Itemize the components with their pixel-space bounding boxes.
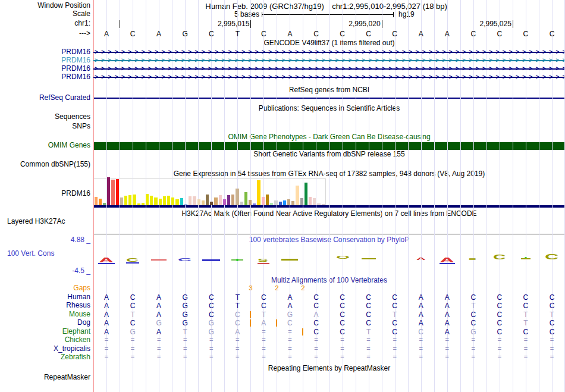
gtex-bar (167, 196, 170, 205)
align-letter: C (198, 302, 224, 310)
align-letter: = (303, 336, 329, 343)
cons-bar-glyph (440, 263, 455, 264)
gtex-bar (236, 189, 238, 205)
align-letter: = (486, 336, 513, 343)
gtex-bar (244, 192, 247, 205)
gtex-bar (223, 199, 226, 205)
align-letter: = (513, 345, 539, 352)
gap-count: 2 (271, 284, 282, 291)
align-letter: A (93, 293, 120, 302)
base-letter: A (146, 30, 172, 38)
align-letter: = (329, 345, 356, 352)
base-letter: T (224, 30, 250, 38)
align-gap-bar (250, 319, 251, 327)
align-letter: C (329, 311, 356, 319)
gtex-bar (231, 195, 234, 205)
align-letter: T (539, 311, 565, 319)
align-letter: = (539, 345, 565, 352)
genome-browser-image: Window Position Scale chr1: ---> Human F… (0, 0, 565, 392)
align-letter: C (513, 293, 539, 302)
gene-model-row[interactable]: >>>>>>>>>>>>>>>>>>>>>>>>>>>>>>>>>>>>>>>>… (93, 65, 564, 73)
align-letter: C (408, 328, 434, 336)
align-letter: = (250, 336, 277, 343)
align-letter: = (120, 353, 146, 360)
align-letter: = (224, 345, 250, 352)
base-letter: C (356, 30, 382, 38)
generated-layer: 2,995,0152,995,0202,995,025ACAGCTCACCCCA… (0, 0, 565, 392)
gtex-bar (300, 198, 303, 205)
base-letter: G (172, 30, 198, 38)
align-letter: T (224, 302, 250, 310)
gene-model-row[interactable]: >>>>>>>>>>>>>>>>>>>>>>>>>>>>>>>>>>>>>>>>… (93, 57, 564, 64)
gtex-bar (128, 195, 131, 205)
align-letter: A (93, 311, 120, 319)
cons-letter-glyph: S (258, 258, 269, 262)
gtex-bar (257, 180, 260, 205)
gtex-bar (150, 196, 153, 205)
strand-arrowheads: >>>>>>>>>>>>>>>>>>>>>>>>>>>>>>>>>>>>>>>>… (95, 74, 564, 81)
cons-bar-glyph (521, 258, 531, 259)
align-letter: G (198, 328, 224, 336)
align-letter: C (539, 328, 565, 336)
align-letter: A (434, 293, 460, 302)
base-letter: C (120, 30, 146, 38)
align-letter: C (356, 293, 382, 302)
align-letter: = (146, 336, 172, 343)
align-letter: C (356, 302, 382, 310)
align-letter: G (172, 302, 198, 310)
gtex-bar (296, 186, 299, 205)
base-letter: A (408, 30, 434, 38)
gtex-bar (146, 194, 149, 205)
align-letter: C (303, 302, 329, 310)
align-letter: C (224, 319, 250, 327)
align-letter: = (224, 336, 250, 343)
align-letter: = (198, 353, 224, 360)
cons-bar-glyph (281, 259, 298, 261)
align-letter: G (198, 319, 224, 327)
align-letter: C (356, 311, 382, 319)
align-letter: C (460, 293, 486, 302)
align-letter: C (198, 311, 224, 319)
align-letter: = (172, 345, 198, 352)
gtex-bar (214, 197, 217, 205)
align-letter: = (486, 353, 513, 360)
align-letter: = (329, 336, 356, 343)
gtex-bar (274, 200, 277, 205)
align-letter: C (250, 302, 277, 310)
align-letter: = (408, 336, 434, 343)
cons-letter-glyph: A (416, 256, 426, 260)
cons-letter-glyph: = (469, 257, 478, 261)
gene-model-row[interactable]: >>>>>>>>>>>>>>>>>>>>>>>>>>>>>>>>>>>>>>>>… (93, 49, 564, 56)
align-letter: G (172, 319, 198, 327)
base-letter: A (93, 30, 120, 38)
align-letter: G (146, 319, 172, 327)
gtex-bar (219, 195, 222, 205)
gtex-bar (210, 202, 213, 205)
gtex-bar (287, 199, 290, 205)
align-letter: C (277, 319, 303, 327)
strand-arrowheads: >>>>>>>>>>>>>>>>>>>>>>>>>>>>>>>>>>>>>>>>… (95, 49, 564, 56)
align-letter: = (146, 345, 172, 352)
ruler-minor-tick (120, 20, 120, 28)
align-letter: = (408, 353, 434, 360)
gtex-bar (171, 197, 174, 205)
gene-model-row[interactable]: >>>>>>>>>>>>>>>>>>>>>>>>>>>>>>>>>>>>>>>>… (93, 74, 564, 81)
align-letter: = (356, 336, 382, 343)
align-letter: C (539, 302, 565, 310)
gtex-bar (103, 203, 106, 205)
strand-arrowheads: >>>>>>>>>>>>>>>>>>>>>>>>>>>>>>>>>>>>>>>>… (95, 65, 564, 73)
gtex-bar (279, 202, 282, 205)
align-letter: = (198, 345, 224, 352)
ruler-tick-label: 2,995,020 (327, 20, 381, 28)
gtex-bar (107, 177, 110, 205)
base-letter: A (277, 30, 303, 38)
align-letter: C (513, 302, 539, 310)
gtex-bar (317, 203, 320, 205)
gtex-bar (99, 199, 102, 205)
align-letter: C (120, 319, 146, 327)
gap-count: 2 (297, 284, 309, 291)
gtex-bar (253, 203, 256, 205)
cons-letter-glyph: A (99, 257, 114, 263)
align-letter: C (329, 328, 356, 336)
align-letter: A (434, 311, 460, 319)
